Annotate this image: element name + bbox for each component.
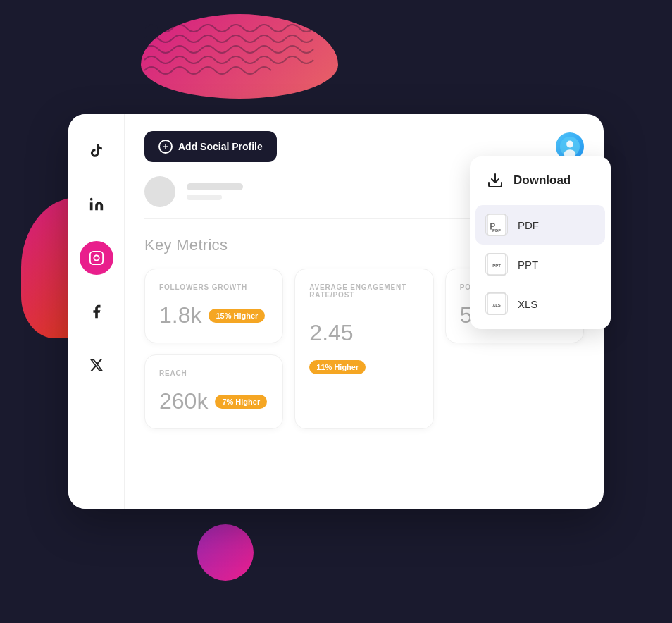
svg-text:XLS: XLS bbox=[492, 303, 501, 307]
add-profile-label: Add Social Profile bbox=[178, 141, 263, 152]
ppt-option-label: PPT bbox=[518, 259, 538, 271]
metric-label-reach: REACH bbox=[159, 369, 268, 377]
profile-line-2 bbox=[187, 195, 222, 200]
metric-card-engagement: AVERAGE ENGAGEMENT RATE/POST 2.45 11% Hi… bbox=[294, 269, 433, 429]
svg-point-4 bbox=[566, 141, 573, 148]
plus-circle-icon: + bbox=[158, 140, 173, 154]
profile-line-1 bbox=[187, 183, 243, 190]
add-profile-button[interactable]: + Add Social Profile bbox=[144, 131, 277, 162]
xls-file-icon: XLS bbox=[485, 292, 508, 315]
metric-card-followers-growth: FOLLOWERS GROWTH 1.8k 15% Higher bbox=[144, 269, 283, 343]
sidebar-item-twitter[interactable] bbox=[80, 348, 113, 382]
download-title: Download bbox=[514, 173, 571, 187]
main-content: + Add Social Profile Key Metrics bbox=[125, 114, 604, 509]
pdf-option-label: PDF bbox=[518, 219, 539, 231]
metric-label-followers: FOLLOWERS GROWTH bbox=[159, 283, 268, 291]
download-divider bbox=[475, 202, 605, 202]
svg-text:PPT: PPT bbox=[492, 264, 501, 268]
metric-card-reach: REACH 260k 7% Higher bbox=[144, 354, 283, 429]
download-option-ppt[interactable]: PPT PPT bbox=[475, 245, 605, 284]
svg-rect-1 bbox=[89, 252, 102, 264]
sidebar-item-instagram[interactable] bbox=[80, 241, 113, 275]
squiggles-decoration bbox=[137, 18, 321, 78]
sidebar-item-tiktok[interactable] bbox=[80, 134, 113, 168]
svg-text:PDF: PDF bbox=[492, 228, 501, 233]
main-card: + Add Social Profile Key Metrics bbox=[68, 114, 604, 509]
ppt-file-icon: PPT bbox=[485, 253, 508, 276]
metric-value-reach: 260k bbox=[159, 388, 208, 414]
metric-badge-followers: 15% Higher bbox=[209, 309, 265, 323]
metric-value-row-followers: 1.8k 15% Higher bbox=[159, 302, 268, 328]
profile-avatar-placeholder bbox=[144, 176, 175, 207]
download-option-pdf[interactable]: PDF PDF bbox=[475, 205, 605, 245]
metric-label-engagement: AVERAGE ENGAGEMENT RATE/POST bbox=[309, 283, 418, 299]
download-icon bbox=[485, 171, 505, 190]
download-dropdown: Download PDF PDF bbox=[470, 156, 611, 329]
metric-badge-reach: 7% Higher bbox=[215, 395, 267, 409]
metric-value-row-reach: 260k 7% Higher bbox=[159, 388, 268, 414]
profile-lines bbox=[187, 183, 243, 200]
metric-badge-engagement: 11% Higher bbox=[309, 360, 366, 374]
sidebar bbox=[68, 114, 125, 509]
metric-value-followers: 1.8k bbox=[159, 302, 201, 328]
bg-blob-bottom bbox=[197, 524, 254, 581]
xls-option-label: XLS bbox=[518, 298, 537, 310]
svg-point-0 bbox=[89, 198, 92, 201]
download-option-xls[interactable]: XLS XLS bbox=[475, 284, 605, 323]
metric-value-engagement: 2.45 bbox=[309, 320, 418, 346]
sidebar-item-facebook[interactable] bbox=[80, 295, 113, 328]
download-header-item[interactable]: Download bbox=[475, 162, 605, 199]
sidebar-item-linkedin[interactable] bbox=[80, 187, 113, 221]
pdf-file-icon: PDF bbox=[485, 214, 508, 236]
